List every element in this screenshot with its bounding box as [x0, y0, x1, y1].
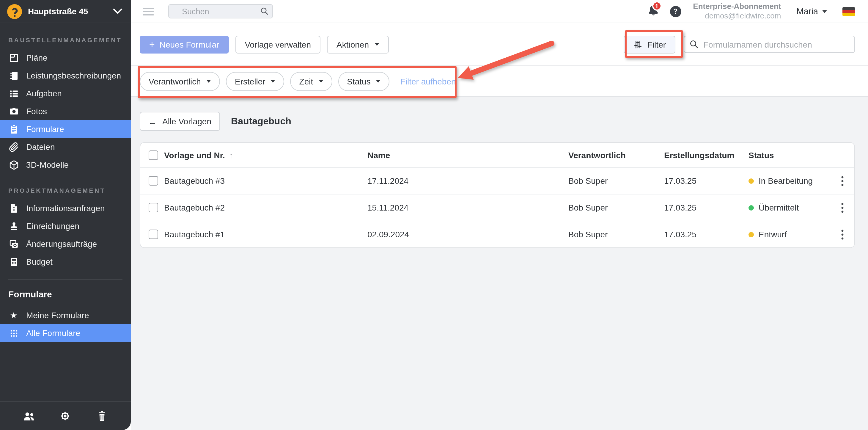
chevron-down-icon — [376, 80, 381, 83]
global-search-input[interactable] — [168, 4, 273, 19]
status-dot — [748, 178, 754, 183]
search-icon — [260, 6, 269, 16]
table-row[interactable]: Bautagebuch #2 15.11.2024 Bob Super 17.0… — [140, 194, 854, 221]
main-area: 1 ? Enterprise-Abonnement demos@fieldwir… — [131, 0, 868, 430]
global-search — [168, 4, 273, 19]
filter-chip-assignee[interactable]: Verantwortlich — [140, 72, 220, 91]
filter-chip-creator[interactable]: Ersteller — [226, 72, 284, 91]
cell-created: 17.03.25 — [664, 176, 748, 186]
stamp-icon — [8, 221, 19, 232]
row-checkbox[interactable] — [149, 176, 158, 186]
row-menu-button[interactable] — [835, 174, 849, 188]
filter-chip-status[interactable]: Status — [338, 72, 390, 91]
row-checkbox[interactable] — [149, 203, 158, 212]
cell-name: 15.11.2024 — [367, 203, 568, 212]
sidebar-item-files[interactable]: Dateien — [0, 138, 131, 156]
german-flag-icon[interactable] — [842, 7, 855, 16]
form-name-search — [684, 36, 855, 53]
sidebar-item-label: Leistungsbeschreibungen — [26, 71, 121, 80]
sidebar-divider — [8, 279, 122, 279]
cell-status: Entwurf — [748, 229, 831, 239]
row-menu-button[interactable] — [835, 201, 849, 215]
chevron-down-icon — [374, 43, 379, 46]
sort-asc-icon: ↑ — [229, 151, 233, 160]
sidebar-item-photos[interactable]: Fotos — [0, 102, 131, 120]
grid-dots-icon — [8, 328, 19, 338]
chevron-down-icon — [822, 10, 827, 13]
forms-toolbar: + Neues Formular Vorlage verwalten Aktio… — [131, 23, 868, 66]
column-header-status[interactable]: Status — [748, 150, 831, 160]
cell-template: Bautagebuch #2 — [164, 203, 367, 212]
star-icon: ★ — [8, 310, 19, 320]
kebab-icon — [841, 229, 844, 239]
filter-button[interactable]: Filter — [624, 35, 675, 53]
cell-template: Bautagebuch #3 — [164, 176, 367, 186]
task-list-icon — [8, 88, 19, 99]
help-button[interactable]: ? — [670, 6, 681, 17]
sidebar-item-plans[interactable]: Pläne — [0, 49, 131, 67]
cell-created: 17.03.25 — [664, 203, 748, 212]
gear-icon[interactable] — [58, 408, 73, 424]
sidebar-section-project-management: PROJEKTMANAGEMENT — [0, 187, 131, 194]
clear-filters-link[interactable]: Filter aufheben — [400, 76, 456, 86]
manage-template-button[interactable]: Vorlage verwalten — [235, 35, 320, 53]
camera-icon — [8, 106, 19, 117]
trash-icon[interactable] — [94, 408, 110, 424]
sidebar-item-specifications[interactable]: Leistungsbeschreibungen — [0, 67, 131, 85]
column-header-template[interactable]: Vorlage und Nr.↑ — [164, 150, 367, 160]
new-form-button[interactable]: + Neues Formular — [140, 35, 228, 53]
row-checkbox[interactable] — [149, 229, 158, 239]
sidebar-item-all-forms[interactable]: Alle Formulare — [0, 324, 131, 342]
user-menu[interactable]: Maria — [796, 6, 827, 16]
cell-name: 02.09.2024 — [367, 229, 568, 239]
app-window: Hauptstraße 45 BAUSTELLENMANAGEMENT Plän… — [0, 0, 868, 430]
sidebar-item-submittals[interactable]: Einreichungen — [0, 217, 131, 235]
notifications-button[interactable]: 1 — [646, 4, 661, 19]
sidebar-item-label: Budget — [26, 257, 53, 267]
user-name: Maria — [796, 6, 818, 16]
cell-assignee: Bob Super — [568, 229, 664, 239]
people-icon[interactable] — [21, 408, 37, 424]
sidebar-item-my-forms[interactable]: ★ Meine Formulare — [0, 306, 131, 324]
fieldwire-project-logo-icon — [7, 4, 22, 19]
project-switcher[interactable]: Hauptstraße 45 — [0, 0, 131, 23]
breadcrumb: ← Alle Vorlagen Bautagebuch — [140, 112, 855, 131]
sidebar-item-label: Informationsanfragen — [26, 204, 105, 213]
filter-bar: Verantwortlich Ersteller Zeit Status Fil… — [131, 66, 868, 97]
sidebar-item-forms[interactable]: Formulare — [0, 120, 131, 138]
plus-icon: + — [149, 39, 155, 49]
sidebar-item-3d-models[interactable]: 3D-Modelle — [0, 156, 131, 174]
row-menu-button[interactable] — [835, 227, 849, 242]
cell-assignee: Bob Super — [568, 203, 664, 212]
sidebar-item-label: Dateien — [26, 142, 55, 152]
kebab-icon — [841, 203, 844, 213]
sidebar-item-rfis[interactable]: Informationsanfragen — [0, 199, 131, 217]
project-name: Hauptstraße 45 — [28, 6, 113, 16]
column-header-name[interactable]: Name — [367, 150, 568, 160]
sidebar-item-budget[interactable]: Budget — [0, 253, 131, 271]
sidebar-item-label: Alle Formulare — [26, 328, 80, 338]
table-row[interactable]: Bautagebuch #3 17.11.2024 Bob Super 17.0… — [140, 167, 854, 194]
column-header-assignee[interactable]: Verantwortlich — [568, 150, 664, 160]
sidebar-item-change-orders[interactable]: Änderungsaufträge — [0, 235, 131, 253]
sidebar-item-label: Meine Formulare — [26, 310, 89, 320]
sidebar-section-site-management: BAUSTELLENMANAGEMENT — [0, 36, 131, 43]
content-area: ← Alle Vorlagen Bautagebuch Vorlage und … — [131, 97, 868, 430]
topbar-right: 1 ? Enterprise-Abonnement demos@fieldwir… — [646, 2, 860, 21]
column-header-created[interactable]: Erstellungsdatum — [664, 150, 748, 160]
cell-template: Bautagebuch #1 — [164, 229, 367, 239]
back-to-templates-button[interactable]: ← Alle Vorlagen — [140, 112, 220, 131]
clipboard-icon — [8, 124, 19, 134]
table-row[interactable]: Bautagebuch #1 02.09.2024 Bob Super 17.0… — [140, 221, 854, 247]
sidebar-item-label: Einreichungen — [26, 221, 80, 231]
chevron-down-icon — [271, 80, 276, 83]
sidebar-item-tasks[interactable]: Aufgaben — [0, 85, 131, 102]
subscription-email: demos@fieldwire.com — [693, 11, 781, 21]
form-name-search-input[interactable] — [684, 36, 855, 53]
actions-dropdown-button[interactable]: Aktionen — [327, 35, 389, 53]
select-all-checkbox[interactable] — [149, 150, 158, 160]
hamburger-menu-icon[interactable] — [143, 7, 154, 15]
filter-chip-time[interactable]: Zeit — [290, 72, 332, 91]
question-mark-icon: ? — [673, 7, 678, 16]
cell-created: 17.03.25 — [664, 229, 748, 239]
